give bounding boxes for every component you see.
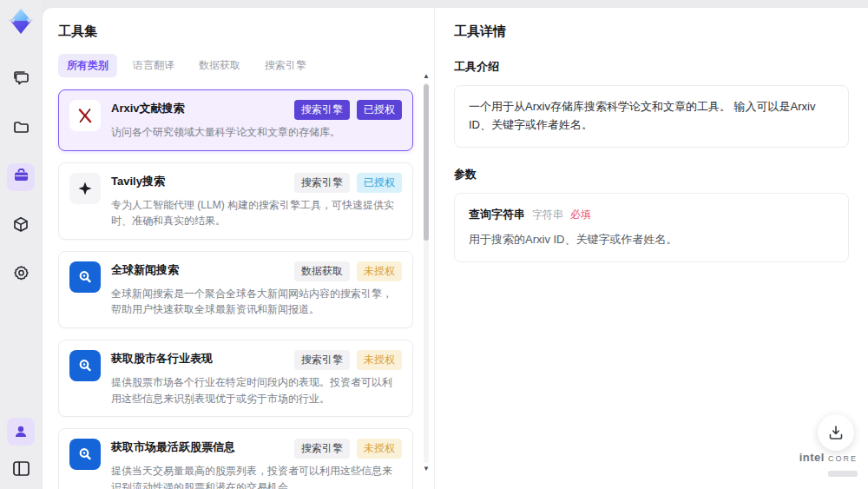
tool-category-tag: 搜索引擎 (294, 350, 350, 370)
tool-card-1[interactable]: Tavily搜索搜索引擎已授权专为人工智能代理 (LLM) 构建的搜索引擎工具，… (58, 162, 413, 240)
tool-category-tag: 搜索引擎 (294, 100, 350, 120)
tool-category-tag: 数据获取 (294, 261, 350, 281)
tool-card-0[interactable]: Arxiv文献搜索搜索引擎已授权访问各个研究领域大量科学论文和文章的存储库。 (58, 89, 413, 151)
sidebar-item-briefcase[interactable] (7, 163, 35, 191)
briefcase-icon (13, 168, 30, 187)
tool-status-badge: 未授权 (357, 439, 402, 459)
param-row: 查询字符串字符串必填用于搜索的Arxiv ID、关键字或作者姓名。 (469, 206, 834, 250)
sidebar-item-cube[interactable] (7, 212, 35, 240)
tool-name: 获取股市各行业表现 (111, 350, 213, 367)
tool-list-panel: 工具集 所有类别语言翻译数据获取搜索引擎 Arxiv文献搜索搜索引擎已授权访问各… (43, 8, 435, 489)
search-blue-icon (69, 350, 101, 381)
sidebar-item-folder[interactable] (7, 115, 35, 142)
intro-box: 一个用于从Arxiv存储库搜索科学论文和文章的工具。 输入可以是Arxiv ID… (454, 85, 849, 148)
folder-icon (13, 120, 30, 138)
brand-core: core (828, 451, 858, 464)
details-title: 工具详情 (454, 23, 849, 40)
scroll-down-arrow[interactable]: ▼ (422, 465, 431, 473)
param-required-badge: 必填 (570, 207, 591, 223)
tool-status-badge: 已授权 (357, 173, 402, 193)
tool-description: 访问各个研究领域大量科学论文和文章的存储库。 (111, 124, 402, 141)
tool-details-panel: 工具详情 工具介绍 一个用于从Arxiv存储库搜索科学论文和文章的工具。 输入可… (435, 8, 868, 489)
tool-description: 提供当天交易量最高的股票列表，投资者可以利用这些信息来识别流动性强的股票和潜在的… (111, 463, 402, 489)
category-tabs: 所有类别语言翻译数据获取搜索引擎 (58, 54, 413, 77)
tool-description: 专为人工智能代理 (LLM) 构建的搜索引擎工具，可快速提供实时、准确和真实的结… (111, 197, 402, 229)
param-description: 用于搜索的Arxiv ID、关键字或作者姓名。 (469, 231, 834, 249)
params-box: 查询字符串字符串必填用于搜索的Arxiv ID、关键字或作者姓名。 (454, 193, 849, 263)
tavily-icon (69, 173, 101, 204)
sidebar-item-chat[interactable] (7, 66, 35, 94)
sidebar-item-gear[interactable] (7, 261, 35, 288)
search-blue-icon (69, 261, 101, 293)
tool-card-3[interactable]: 获取股市各行业表现搜索引擎未授权提供股票市场各个行业在特定时间段内的表现。投资者… (58, 340, 413, 417)
cube-icon (13, 216, 29, 236)
gear-icon (13, 265, 30, 285)
brand-badge (828, 471, 858, 477)
download-button[interactable] (818, 414, 854, 451)
tool-name: Tavily搜索 (111, 173, 165, 189)
tool-name: 获取市场最活跃股票信息 (111, 439, 235, 455)
app-logo[interactable] (6, 7, 36, 36)
left-rail (0, 0, 42, 489)
param-name: 查询字符串 (469, 206, 525, 224)
tool-description: 全球新闻搜索是一个聚合全球各大新闻网站内容的搜索引擎，帮助用户快速获取全球最新资… (111, 286, 402, 318)
search-blue-icon (69, 439, 101, 470)
chat-icon (13, 70, 30, 89)
tab-3[interactable]: 搜索引擎 (256, 54, 315, 77)
tab-1[interactable]: 语言翻译 (124, 54, 183, 77)
tool-name: Arxiv文献搜索 (111, 100, 185, 116)
intel-core-logo: intel core (799, 449, 858, 480)
tab-2[interactable]: 数据获取 (190, 54, 249, 77)
brand-intel: intel (799, 451, 825, 464)
params-heading: 参数 (454, 167, 849, 182)
tool-category-tag: 搜索引擎 (294, 173, 350, 193)
arxiv-icon (69, 100, 101, 131)
scroll-up-arrow[interactable]: ▲ (422, 72, 431, 81)
tool-category-tag: 搜索引擎 (294, 439, 350, 459)
tool-description: 提供股票市场各个行业在特定时间段内的表现。投资者可以利用这些信息来识别表现优于或… (111, 374, 402, 406)
list-scrollbar[interactable]: ▲ ▼ (422, 72, 431, 486)
panel-toggle-icon[interactable] (7, 454, 35, 482)
tool-name: 全球新闻搜索 (111, 261, 179, 278)
download-icon (828, 425, 844, 440)
tool-card-2[interactable]: 全球新闻搜索数据获取未授权全球新闻搜索是一个聚合全球各大新闻网站内容的搜索引擎，… (58, 251, 413, 328)
tool-status-badge: 未授权 (357, 350, 402, 370)
main-content: 工具集 所有类别语言翻译数据获取搜索引擎 Arxiv文献搜索搜索引擎已授权访问各… (42, 7, 868, 489)
tool-status-badge: 已授权 (357, 100, 402, 120)
page-title: 工具集 (58, 23, 413, 40)
user-icon[interactable] (7, 418, 35, 446)
tool-list: Arxiv文献搜索搜索引擎已授权访问各个研究领域大量科学论文和文章的存储库。Ta… (58, 89, 413, 489)
tool-card-4[interactable]: 获取市场最活跃股票信息搜索引擎未授权提供当天交易量最高的股票列表，投资者可以利用… (58, 428, 413, 489)
intro-heading: 工具介绍 (454, 59, 849, 75)
tool-status-badge: 未授权 (357, 261, 402, 281)
tab-0[interactable]: 所有类别 (58, 54, 117, 77)
param-type: 字符串 (532, 207, 563, 223)
scrollbar-thumb[interactable] (424, 84, 429, 241)
